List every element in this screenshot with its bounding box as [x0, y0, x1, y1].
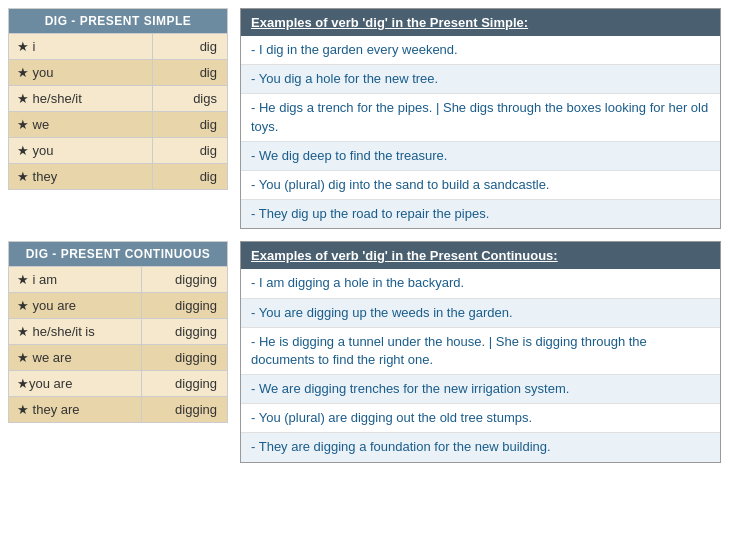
table-row: ★ theydig [9, 164, 228, 190]
example-item: - You are digging up the weeds in the ga… [241, 299, 720, 328]
table-row: ★ idig [9, 34, 228, 60]
verb-cell: dig [152, 164, 227, 190]
example-item: - I am digging a hole in the backyard. [241, 269, 720, 298]
main-container: DIG - PRESENT SIMPLE★ idig★ youdig★ he/s… [8, 8, 721, 463]
table-row: ★ we aredigging [9, 345, 228, 371]
table-row: ★ wedig [9, 112, 228, 138]
example-item: - We are digging trenches for the new ir… [241, 375, 720, 404]
examples-panel-present-simple: Examples of verb 'dig' in the Present Si… [240, 8, 721, 229]
verb-cell: dig [152, 60, 227, 86]
section-present-continuous: DIG - PRESENT CONTINUOUS★ i amdigging★ y… [8, 241, 721, 462]
pronoun-cell: ★ they [9, 164, 153, 190]
table-row: ★you aredigging [9, 371, 228, 397]
example-item: - I dig in the garden every weekend. [241, 36, 720, 65]
pronoun-cell: ★ we are [9, 345, 142, 371]
pronoun-cell: ★ you are [9, 293, 142, 319]
conj-table-present-continuous: DIG - PRESENT CONTINUOUS★ i amdigging★ y… [8, 241, 228, 423]
table-wrapper-present-continuous: DIG - PRESENT CONTINUOUS★ i amdigging★ y… [8, 241, 228, 423]
table-wrapper-present-simple: DIG - PRESENT SIMPLE★ idig★ youdig★ he/s… [8, 8, 228, 190]
example-item: - We dig deep to find the treasure. [241, 142, 720, 171]
verb-cell: dig [152, 34, 227, 60]
pronoun-cell: ★ i [9, 34, 153, 60]
verb-cell: digging [142, 293, 228, 319]
example-item: - You (plural) dig into the sand to buil… [241, 171, 720, 200]
table-row: ★ they aredigging [9, 397, 228, 423]
verb-cell: dig [152, 138, 227, 164]
pronoun-cell: ★ you [9, 60, 153, 86]
table-row: ★ he/she/itdigs [9, 86, 228, 112]
example-item: - He digs a trench for the pipes. | She … [241, 94, 720, 141]
conj-table-present-simple: DIG - PRESENT SIMPLE★ idig★ youdig★ he/s… [8, 8, 228, 190]
pronoun-cell: ★you are [9, 371, 142, 397]
pronoun-cell: ★ he/she/it is [9, 319, 142, 345]
verb-cell: digging [142, 371, 228, 397]
examples-header-present-simple: Examples of verb 'dig' in the Present Si… [241, 9, 720, 36]
verb-cell: dig [152, 112, 227, 138]
verb-cell: digging [142, 345, 228, 371]
table-row: ★ you aredigging [9, 293, 228, 319]
verb-cell: digs [152, 86, 227, 112]
example-item: - You dig a hole for the new tree. [241, 65, 720, 94]
pronoun-cell: ★ we [9, 112, 153, 138]
verb-cell: digging [142, 267, 228, 293]
table-row: ★ he/she/it isdigging [9, 319, 228, 345]
examples-header-present-continuous: Examples of verb 'dig' in the Present Co… [241, 242, 720, 269]
example-item: - He is digging a tunnel under the house… [241, 328, 720, 375]
section-present-simple: DIG - PRESENT SIMPLE★ idig★ youdig★ he/s… [8, 8, 721, 229]
verb-cell: digging [142, 397, 228, 423]
example-item: - You (plural) are digging out the old t… [241, 404, 720, 433]
example-item: - They are digging a foundation for the … [241, 433, 720, 461]
pronoun-cell: ★ you [9, 138, 153, 164]
table-row: ★ youdig [9, 60, 228, 86]
examples-panel-present-continuous: Examples of verb 'dig' in the Present Co… [240, 241, 721, 462]
table-row: ★ youdig [9, 138, 228, 164]
verb-cell: digging [142, 319, 228, 345]
pronoun-cell: ★ he/she/it [9, 86, 153, 112]
pronoun-cell: ★ they are [9, 397, 142, 423]
table-title-present-simple: DIG - PRESENT SIMPLE [9, 9, 228, 34]
table-title-present-continuous: DIG - PRESENT CONTINUOUS [9, 242, 228, 267]
table-row: ★ i amdigging [9, 267, 228, 293]
pronoun-cell: ★ i am [9, 267, 142, 293]
example-item: - They dig up the road to repair the pip… [241, 200, 720, 228]
